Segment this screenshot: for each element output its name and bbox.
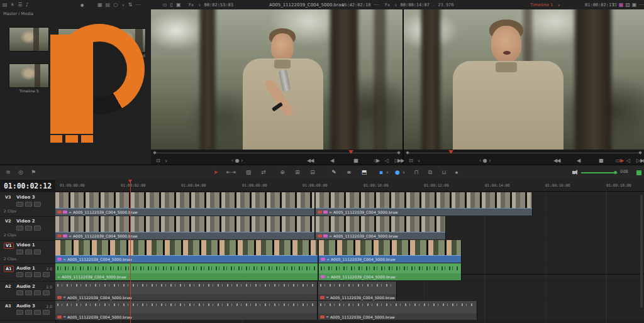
volume-knob[interactable] (614, 171, 617, 174)
sound-library-toggle-icon[interactable]: ♪ (25, 0, 28, 9)
flag-color-icon[interactable]: ▪ (377, 165, 385, 179)
source-clip-name[interactable]: A005_11122039_C004_5000.braw (269, 3, 345, 8)
play-button-active[interactable]: ▶ (620, 156, 624, 165)
timeline-video-frame[interactable] (404, 9, 644, 150)
grid-overlay-icon[interactable]: ⊡ (613, 0, 617, 9)
zoom-preset-icon[interactable]: ◎ (16, 165, 25, 179)
insert-clip-icon[interactable]: ⊕ (278, 165, 287, 179)
timeline-scrollbar[interactable] (640, 195, 643, 308)
curve-editor-icon[interactable]: ✎ (330, 165, 338, 179)
timeline-view-options-icon[interactable]: ≋ (4, 165, 13, 179)
zoom-fit-icon[interactable]: ⊡ (156, 156, 160, 165)
track-buttons[interactable] (16, 272, 50, 277)
step-back-button[interactable]: ◀ (330, 156, 334, 165)
display-mode-icon[interactable]: ▦ (619, 0, 624, 9)
timeline-tracks-area[interactable]: ∞A005_11122039_C004_5000.braw ∞A005_1112… (55, 191, 644, 323)
track-badge-armed[interactable]: A1 (4, 266, 14, 272)
replace-clip-icon[interactable]: ⊟ (308, 165, 317, 179)
more-options-icon[interactable]: ⋯ (374, 0, 379, 9)
overwrite-clip-icon[interactable]: ⊞ (293, 165, 302, 179)
more-options-icon[interactable]: ⋯ (135, 0, 140, 9)
match-frame-icon[interactable]: ▭ (374, 156, 379, 165)
track-header-v2[interactable]: V2 Video 2 2 Clips (0, 216, 55, 241)
stop-button[interactable]: ■ (353, 156, 358, 165)
flag-clip-icon[interactable]: ⚑ (29, 165, 38, 179)
jog-start-handle[interactable] (153, 151, 157, 155)
audio-clip[interactable]: ∞A005_11122039_C004_5000.braw (318, 282, 397, 300)
source-fx-label[interactable]: Fx (189, 3, 194, 8)
timeline-playhead[interactable] (130, 180, 131, 323)
track-buttons[interactable] (16, 249, 41, 255)
track-buttons[interactable] (16, 310, 50, 315)
jump-start-button[interactable]: ◀◀ (307, 156, 313, 165)
match-frame-icon[interactable]: ▭ (615, 156, 620, 165)
snapping-icon[interactable]: ⊓ (411, 165, 421, 179)
list-view-icon[interactable]: ▤ (106, 0, 111, 9)
source-playhead-marker[interactable] (348, 150, 353, 154)
audio-clip[interactable]: ∞A005_11122039_C004_5000.braw (55, 282, 318, 300)
dual-viewer-icon[interactable]: ▯ (170, 0, 173, 9)
index-toggle-icon[interactable]: ☰ (18, 0, 22, 9)
timeline-name[interactable]: Timeline 1 (530, 3, 553, 8)
marker-color-icon[interactable]: ● (394, 165, 401, 179)
source-jog-bar[interactable] (153, 150, 400, 156)
jog-end-handle[interactable] (397, 151, 401, 155)
track-badge[interactable]: V2 (4, 219, 13, 224)
breadcrumb[interactable]: Master / Media (3, 11, 33, 16)
chevron-down-icon[interactable]: ∨ (385, 165, 390, 179)
audio-trim-icon[interactable]: ⊔ (439, 165, 449, 179)
track-header-v1[interactable]: V1 Video 1 2 Clips (0, 240, 55, 264)
audio-clip[interactable]: ∞A005_11122039_C004_5000.braw (55, 301, 318, 320)
expand-viewer-icon[interactable]: ▣ (632, 0, 637, 9)
track-buttons[interactable] (16, 226, 41, 231)
audio-clip[interactable]: ∞A005_11122039_C004_5000.braw (318, 301, 477, 320)
track-name[interactable]: Video 1 (16, 243, 35, 248)
timeline-clip-selected[interactable]: ∞A005_11122039_C004_5000.braw (55, 240, 318, 263)
thumbnail-view-icon[interactable]: ▦ (97, 0, 103, 9)
more-options-icon[interactable]: ⋯ (638, 0, 643, 9)
link-clips-icon[interactable]: ∞ (345, 165, 353, 179)
audio-clip[interactable]: ∞A005_11122039_C004_5000.braw (319, 263, 462, 280)
timeline-ruler[interactable]: 01:00:00:00 01:00:02:00 01:00:04:00 01:0… (55, 180, 644, 192)
goto-out-button[interactable]: ▷ (395, 156, 399, 165)
chevron-down-icon[interactable]: ∨ (418, 158, 420, 163)
position-lock-icon[interactable]: ⬒ (360, 165, 369, 179)
track-header-v3[interactable]: V3 Video 3 2 Clips (0, 192, 55, 217)
jog-start-handle[interactable] (406, 151, 409, 155)
jump-end-button[interactable]: ▶▶ (640, 156, 644, 165)
jog-wheel-icon[interactable]: ‹ ● › (479, 156, 491, 165)
media-clip-thumbnail[interactable] (9, 27, 49, 52)
single-viewer-icon[interactable]: ▭ (162, 0, 167, 9)
chevron-down-icon[interactable]: ∨ (394, 3, 397, 7)
effects-toggle-icon[interactable]: ✳ (11, 0, 15, 9)
track-header-a3[interactable]: A3 Audio 3 2.0 (0, 301, 55, 320)
selection-tool-icon[interactable]: ➤ (211, 165, 220, 179)
media-clip-thumbnail[interactable] (9, 63, 49, 88)
track-badge[interactable]: A2 (4, 284, 13, 289)
media-pool-toggle-icon[interactable]: ▤ (3, 0, 8, 9)
speaker-icon[interactable] (572, 171, 575, 174)
sort-icon[interactable]: ⇅ (128, 0, 133, 9)
timeline-clip[interactable]: ∞A005_11122039_C004_5000.braw (55, 192, 315, 216)
jump-start-button[interactable]: ◀◀ (553, 156, 560, 165)
timeline-clip[interactable]: ∞A005_11122039_C004_5000.braw (316, 216, 446, 239)
track-name[interactable]: Video 2 (16, 219, 35, 224)
timeline-jog-bar[interactable] (406, 150, 641, 156)
chevron-down-icon[interactable]: ∨ (401, 165, 406, 179)
track-name[interactable]: Audio 3 (16, 304, 35, 309)
timeline-clip[interactable]: ∞A005_11122039_C004_5000.braw (55, 216, 315, 239)
track-badge[interactable]: V3 (4, 195, 13, 200)
goto-in-button[interactable]: ◁ (626, 156, 630, 165)
track-name[interactable]: Audio 1 (16, 266, 35, 271)
timeline-fx-label[interactable]: Fx (385, 3, 390, 8)
volume-slider[interactable] (581, 172, 618, 173)
search-icon[interactable]: ○ (113, 0, 118, 9)
track-name[interactable]: Video 3 (16, 195, 35, 200)
link-selection-icon[interactable]: ⧉ (425, 165, 435, 179)
jog-end-handle[interactable] (638, 151, 642, 155)
stop-button[interactable]: ■ (599, 156, 604, 165)
track-badge[interactable]: A3 (4, 304, 13, 309)
dynamic-trim-icon[interactable]: ⇄ (259, 165, 268, 179)
chevron-down-icon[interactable]: ∨ (122, 3, 125, 7)
chevron-down-icon[interactable]: ∨ (198, 3, 201, 7)
